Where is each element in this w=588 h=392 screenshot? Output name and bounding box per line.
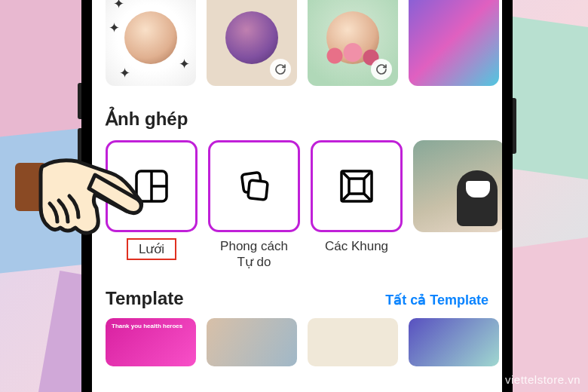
phone-frame: ✦ ✦ ✦ ✦ Ả <box>81 0 513 392</box>
template-thumb[interactable]: Thank you health heroes <box>106 318 196 366</box>
template-row: Thank you health heroes <box>106 318 488 366</box>
effect-thumb[interactable] <box>409 0 499 86</box>
effect-thumb[interactable] <box>207 0 297 86</box>
collage-card-label: Phong cách Tự do <box>220 238 288 271</box>
collage-row: Lưới Phong cách Tự do <box>106 140 488 271</box>
frames-icon <box>338 168 375 204</box>
freestyle-icon <box>235 167 273 205</box>
template-thumb[interactable] <box>207 318 297 366</box>
svg-rect-6 <box>349 179 364 194</box>
collage-card-label: Lưới <box>127 238 176 260</box>
effect-thumb[interactable] <box>308 0 398 86</box>
collage-section-title: Ảnh ghép <box>106 109 488 130</box>
template-thumb[interactable] <box>308 318 398 366</box>
template-thumb[interactable] <box>409 318 499 366</box>
collage-card-photo[interactable] <box>413 140 502 232</box>
effect-thumb[interactable]: ✦ ✦ ✦ ✦ <box>106 0 196 86</box>
template-section-title: Template <box>106 288 184 309</box>
collage-card-frames[interactable]: Các Khung <box>311 140 403 271</box>
collage-card-label: Các Khung <box>325 238 388 271</box>
app-screen: ✦ ✦ ✦ ✦ Ả <box>92 0 502 392</box>
collage-card-freestyle[interactable]: Phong cách Tự do <box>208 140 300 271</box>
svg-line-8 <box>363 173 370 179</box>
svg-line-9 <box>343 193 350 200</box>
reload-icon[interactable] <box>270 59 291 80</box>
all-templates-link[interactable]: Tất cả Template <box>385 292 488 308</box>
watermark: viettelstore.vn <box>505 373 580 386</box>
grid-icon <box>133 168 170 204</box>
svg-line-7 <box>343 173 350 179</box>
effects-row: ✦ ✦ ✦ ✦ <box>106 0 488 86</box>
reload-icon[interactable] <box>371 59 392 80</box>
svg-rect-4 <box>248 180 268 200</box>
svg-line-10 <box>363 193 370 200</box>
collage-card-grid[interactable]: Lưới <box>106 140 198 271</box>
